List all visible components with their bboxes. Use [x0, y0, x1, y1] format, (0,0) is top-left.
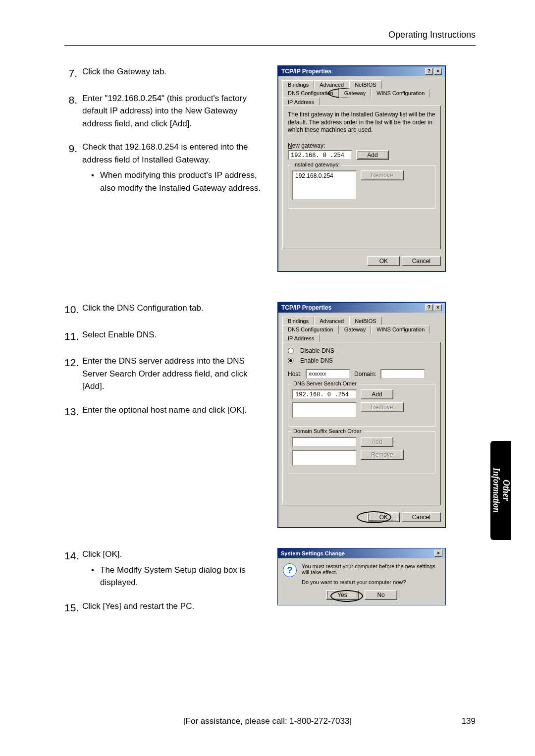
dialog-title: TCP/IP Properties [281, 68, 331, 75]
step-15: 15. Click [Yes] and restart the PC. [64, 600, 263, 616]
step-12: 12. Enter the DNS server address into th… [64, 355, 263, 393]
cancel-button[interactable]: Cancel [402, 512, 441, 522]
tab-advanced[interactable]: Advanced [314, 80, 349, 89]
tab-dns-config[interactable]: DNS Configuration [282, 89, 339, 98]
dialog-title: System Settings Change [281, 550, 345, 556]
question-icon: ? [283, 563, 297, 577]
section-tab: OtherInformation [490, 441, 511, 540]
restart-message-2: Do you want to restart your computer now… [302, 579, 440, 585]
gateway-info-text: The first gateway in the Installed Gatew… [288, 111, 435, 134]
suffix-list[interactable] [292, 450, 357, 466]
dns-add-button[interactable]: Add [361, 389, 393, 399]
tab-dns-config[interactable]: DNS Configuration [282, 325, 339, 334]
page-number: 139 [462, 716, 476, 726]
enable-dns-radio[interactable]: Enable DNS [288, 357, 435, 364]
remove-button[interactable]: Remove [361, 170, 404, 180]
domain-suffix-label: Domain Suffix Search Order [291, 428, 363, 434]
installed-gateways-list[interactable]: 192.168.0.254 [292, 170, 357, 200]
new-gateway-label: New gateway: [288, 142, 435, 149]
new-gateway-input[interactable]: 192.168. 0 .254 [288, 150, 352, 160]
suffix-add-button[interactable]: Add [361, 437, 393, 447]
tab-wins-config[interactable]: WINS Configuration [371, 325, 430, 334]
cancel-button[interactable]: Cancel [402, 256, 441, 266]
dialog-title: TCP/IP Properties [281, 304, 331, 311]
tcpip-dns-dialog: TCP/IP Properties ? × Bindings Advanced … [277, 302, 446, 528]
domain-label: Domain: [354, 371, 376, 378]
tab-netbios[interactable]: NetBIOS [349, 317, 381, 325]
help-icon[interactable]: ? [425, 68, 433, 75]
footer-assistance: [For assistance, please call: 1-800-272-… [183, 716, 352, 726]
step-14: 14. Click [OK]. • The Modify System Setu… [64, 548, 263, 589]
tab-bindings[interactable]: Bindings [282, 317, 314, 325]
step-10: 10. Click the DNS Configuration tab. [64, 302, 263, 318]
dns-remove-button[interactable]: Remove [361, 402, 404, 412]
tab-gateway[interactable]: Gateway [339, 325, 371, 334]
tab-gateway[interactable]: Gateway [339, 89, 371, 98]
installed-gateways-label: Installed gateways: [291, 162, 342, 167]
step-9: 9. Check that 192.168.0.254 is entered i… [64, 141, 263, 194]
tab-netbios[interactable]: NetBIOS [349, 80, 381, 89]
dns-server-input[interactable]: 192.168. 0 .254 [292, 389, 357, 399]
close-icon[interactable]: × [434, 304, 442, 311]
suffix-remove-button[interactable]: Remove [361, 450, 404, 460]
step-8: 8. Enter "192.168.0.254" (this product's… [64, 92, 263, 130]
no-button[interactable]: No [365, 590, 397, 600]
tab-bindings[interactable]: Bindings [282, 80, 314, 89]
dns-search-order-label: DNS Server Search Order [291, 380, 359, 386]
restart-message-1: You must restart your computer before th… [302, 563, 440, 575]
step-13: 13. Enter the optional host name and cli… [64, 404, 263, 420]
tab-ip-address[interactable]: IP Address [282, 334, 320, 342]
tab-wins-config[interactable]: WINS Configuration [371, 89, 430, 98]
host-label: Host: [288, 371, 302, 378]
help-icon[interactable]: ? [425, 304, 433, 311]
add-button[interactable]: Add [356, 150, 389, 160]
dns-server-list[interactable] [292, 402, 357, 418]
domain-input[interactable] [380, 369, 425, 379]
header-rule [64, 45, 476, 46]
ok-button[interactable]: OK [367, 256, 400, 266]
close-icon[interactable]: × [434, 68, 442, 75]
page-header: Operating Instructions [64, 30, 476, 45]
system-settings-dialog: System Settings Change × ? You must rest… [277, 548, 446, 605]
host-input[interactable]: xxxxxxx [306, 369, 350, 379]
tab-ip-address[interactable]: IP Address [282, 98, 320, 106]
step-11: 11. Select Enable DNS. [64, 328, 263, 344]
ok-button[interactable]: OK [367, 512, 400, 522]
tab-advanced[interactable]: Advanced [314, 317, 349, 325]
close-icon[interactable]: × [434, 550, 442, 557]
suffix-input[interactable] [292, 437, 357, 447]
disable-dns-radio[interactable]: Disable DNS [288, 347, 435, 354]
tcpip-gateway-dialog: TCP/IP Properties ? × Bindings Advanced … [277, 65, 446, 272]
step-7: 7. Click the Gateway tab. [64, 65, 263, 81]
yes-button[interactable]: Yes [326, 590, 359, 600]
